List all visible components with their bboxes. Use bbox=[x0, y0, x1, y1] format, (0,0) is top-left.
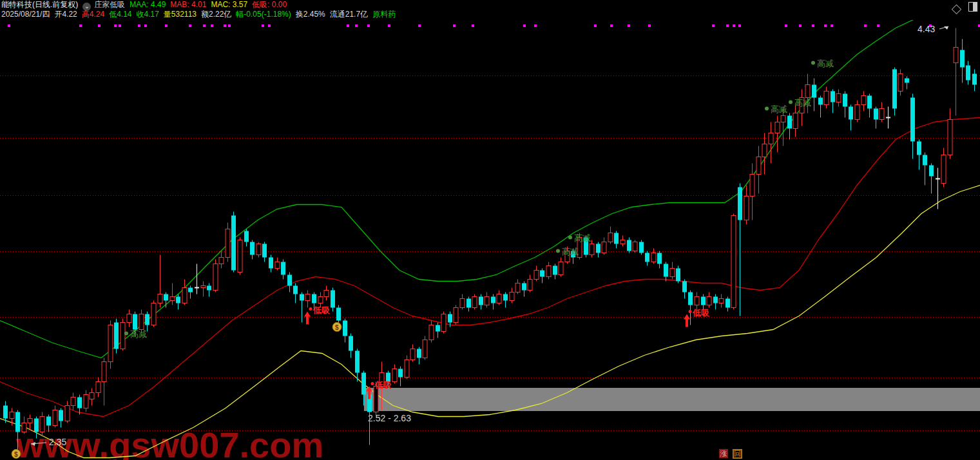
candle-down[interactable] bbox=[676, 269, 680, 282]
candle-up[interactable] bbox=[651, 253, 656, 262]
candle-down[interactable] bbox=[355, 351, 360, 373]
candle-up[interactable] bbox=[405, 360, 409, 378]
candle-down[interactable] bbox=[207, 286, 211, 291]
candle-up[interactable] bbox=[608, 233, 613, 242]
candle-down[interactable] bbox=[250, 242, 255, 255]
candle-down[interactable] bbox=[966, 66, 970, 81]
candle-down[interactable] bbox=[269, 258, 273, 269]
candle-up[interactable] bbox=[201, 286, 206, 288]
candle-up[interactable] bbox=[410, 349, 415, 360]
candle-up[interactable] bbox=[707, 297, 711, 305]
candle-up[interactable] bbox=[602, 242, 606, 253]
candle-up[interactable] bbox=[53, 410, 57, 426]
candle-down[interactable] bbox=[738, 187, 742, 220]
candle-up[interactable] bbox=[40, 417, 44, 432]
candle-up[interactable] bbox=[824, 91, 829, 105]
candle-up[interactable] bbox=[528, 280, 532, 291]
candle-down[interactable] bbox=[725, 299, 730, 308]
candle-down[interactable] bbox=[553, 266, 557, 275]
candle-down[interactable] bbox=[448, 314, 452, 323]
candle-up[interactable] bbox=[96, 382, 101, 393]
candle-up[interactable] bbox=[238, 240, 242, 273]
candle-down[interactable] bbox=[657, 253, 662, 264]
candle-up[interactable] bbox=[559, 262, 563, 275]
candle-down[interactable] bbox=[701, 297, 706, 305]
candle-up[interactable] bbox=[28, 419, 32, 423]
candle-up[interactable] bbox=[219, 258, 224, 264]
candle-down[interactable] bbox=[910, 98, 915, 142]
candle-up[interactable] bbox=[318, 297, 323, 303]
candle-up[interactable] bbox=[534, 271, 539, 280]
candle-down[interactable] bbox=[398, 369, 403, 378]
candle-up[interactable] bbox=[836, 94, 841, 102]
candle-up[interactable] bbox=[423, 340, 427, 358]
candle-down[interactable] bbox=[312, 294, 316, 303]
candle-up[interactable] bbox=[954, 48, 958, 63]
candle-up[interactable] bbox=[139, 314, 144, 330]
candle-down[interactable] bbox=[231, 216, 236, 271]
candle-up[interactable] bbox=[71, 398, 75, 406]
candle-up[interactable] bbox=[22, 423, 26, 432]
candle-down[interactable] bbox=[812, 85, 816, 98]
candle-up[interactable] bbox=[65, 406, 70, 421]
candle-down[interactable] bbox=[176, 297, 180, 303]
candle-up[interactable] bbox=[441, 314, 446, 332]
candle-down[interactable] bbox=[15, 412, 20, 432]
candle-up[interactable] bbox=[275, 262, 280, 269]
candle-up[interactable] bbox=[213, 264, 218, 291]
candle-down[interactable] bbox=[664, 264, 668, 277]
candle-up[interactable] bbox=[108, 325, 113, 362]
candle-up[interactable] bbox=[515, 283, 520, 292]
zhang-badge-icon[interactable]: 涨 bbox=[719, 449, 728, 458]
candle-up[interactable] bbox=[127, 314, 131, 323]
candle-down[interactable] bbox=[349, 336, 353, 351]
candle-up[interactable] bbox=[793, 113, 798, 129]
candle-up[interactable] bbox=[256, 244, 261, 255]
candle-up[interactable] bbox=[620, 240, 625, 244]
candle-down[interactable] bbox=[46, 417, 51, 426]
candle-up[interactable] bbox=[855, 105, 860, 120]
candle-down[interactable] bbox=[479, 297, 483, 305]
candle-up[interactable] bbox=[744, 196, 749, 220]
candle-up[interactable] bbox=[695, 297, 699, 305]
candle-up[interactable] bbox=[151, 303, 156, 325]
candle-up[interactable] bbox=[226, 229, 230, 258]
candle-down[interactable] bbox=[688, 292, 693, 305]
candle-down[interactable] bbox=[596, 244, 600, 253]
candle-down[interactable] bbox=[77, 398, 82, 408]
candle-up[interactable] bbox=[731, 216, 736, 308]
candle-up[interactable] bbox=[898, 74, 903, 91]
candle-up[interactable] bbox=[948, 120, 952, 155]
candle-down[interactable] bbox=[682, 282, 687, 292]
candle-down[interactable] bbox=[917, 142, 921, 155]
candle-down[interactable] bbox=[331, 291, 335, 308]
candle-down[interactable] bbox=[960, 50, 965, 68]
candle-up[interactable] bbox=[170, 297, 175, 301]
candle-down[interactable] bbox=[614, 233, 619, 244]
candle-down[interactable] bbox=[645, 253, 649, 262]
candle-down[interactable] bbox=[114, 323, 119, 349]
candle-up[interactable] bbox=[861, 96, 866, 105]
candle-up[interactable] bbox=[120, 323, 125, 349]
candle-up[interactable] bbox=[775, 122, 780, 133]
candle-up[interactable] bbox=[762, 144, 767, 157]
candle-up[interactable] bbox=[485, 297, 489, 305]
candle-up[interactable] bbox=[454, 308, 458, 323]
candle-up[interactable] bbox=[633, 242, 637, 251]
candle-down[interactable] bbox=[905, 79, 909, 83]
candle-down[interactable] bbox=[336, 308, 341, 321]
candle-down[interactable] bbox=[713, 297, 718, 303]
candle-up[interactable] bbox=[392, 369, 397, 382]
candle-down[interactable] bbox=[59, 410, 63, 421]
candle-down[interactable] bbox=[929, 166, 934, 177]
candle-down[interactable] bbox=[188, 288, 193, 292]
candle-up[interactable] bbox=[670, 269, 675, 277]
candle-down[interactable] bbox=[849, 107, 853, 120]
hui-badge-icon[interactable]: 回 bbox=[733, 449, 742, 459]
candle-down[interactable] bbox=[867, 96, 872, 109]
candle-up[interactable] bbox=[102, 362, 106, 382]
candle-down[interactable] bbox=[3, 406, 8, 419]
candle-down[interactable] bbox=[540, 271, 544, 277]
candle-down[interactable] bbox=[417, 349, 421, 358]
candle-up[interactable] bbox=[590, 244, 594, 255]
